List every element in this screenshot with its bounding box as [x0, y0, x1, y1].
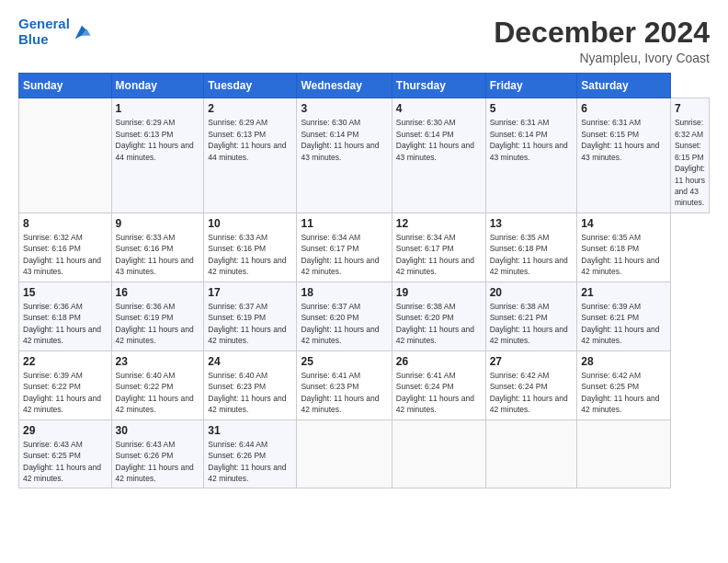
calendar-day-header: Monday [111, 74, 204, 98]
calendar-cell: 1Sunrise: 6:29 AMSunset: 6:13 PMDaylight… [111, 98, 204, 213]
page: GeneralBlue December 2024 Nyampleu, Ivor… [0, 0, 728, 563]
day-number: 20 [490, 286, 574, 299]
day-number: 28 [581, 355, 666, 368]
day-info: Sunrise: 6:33 AMSunset: 6:16 PMDaylight:… [116, 233, 194, 276]
day-number: 21 [581, 286, 666, 299]
day-number: 13 [490, 217, 574, 230]
calendar-cell: 4Sunrise: 6:30 AMSunset: 6:14 PMDaylight… [392, 98, 485, 213]
day-number: 18 [301, 286, 387, 299]
day-info: Sunrise: 6:44 AMSunset: 6:26 PMDaylight:… [208, 440, 286, 483]
day-info: Sunrise: 6:29 AMSunset: 6:13 PMDaylight:… [208, 118, 286, 161]
day-info: Sunrise: 6:32 AMSunset: 6:16 PMDaylight:… [23, 233, 101, 276]
calendar-cell: 9Sunrise: 6:33 AMSunset: 6:16 PMDaylight… [111, 213, 204, 282]
day-number: 2 [208, 102, 292, 115]
title-block: December 2024 Nyampleu, Ivory Coast [494, 17, 710, 65]
calendar-table: SundayMondayTuesdayWednesdayThursdayFrid… [18, 73, 710, 488]
calendar-cell: 14Sunrise: 6:35 AMSunset: 6:18 PMDayligh… [577, 213, 671, 282]
calendar-cell: 8Sunrise: 6:32 AMSunset: 6:16 PMDaylight… [19, 213, 112, 282]
day-info: Sunrise: 6:36 AMSunset: 6:18 PMDaylight:… [23, 302, 101, 345]
day-number: 8 [23, 217, 108, 230]
calendar-day-header: Wednesday [297, 74, 392, 98]
day-info: Sunrise: 6:39 AMSunset: 6:21 PMDaylight:… [581, 302, 659, 345]
calendar-week-row: 15Sunrise: 6:36 AMSunset: 6:18 PMDayligh… [19, 282, 710, 350]
day-info: Sunrise: 6:37 AMSunset: 6:19 PMDaylight:… [208, 302, 286, 345]
day-info: Sunrise: 6:35 AMSunset: 6:18 PMDaylight:… [490, 233, 568, 276]
logo-text: GeneralBlue [18, 17, 70, 47]
calendar-day-header: Sunday [19, 74, 112, 98]
calendar-day-header: Friday [485, 74, 577, 98]
day-info: Sunrise: 6:34 AMSunset: 6:17 PMDaylight:… [396, 233, 474, 276]
day-number: 27 [490, 355, 574, 368]
calendar-cell: 30Sunrise: 6:43 AMSunset: 6:26 PMDayligh… [111, 419, 204, 488]
calendar-cell [297, 419, 392, 488]
day-info: Sunrise: 6:31 AMSunset: 6:15 PMDaylight:… [581, 118, 659, 161]
calendar-cell: 21Sunrise: 6:39 AMSunset: 6:21 PMDayligh… [577, 282, 671, 350]
calendar-day-header: Tuesday [204, 74, 297, 98]
logo: GeneralBlue [18, 17, 92, 47]
day-number: 25 [301, 355, 387, 368]
calendar-cell: 10Sunrise: 6:33 AMSunset: 6:16 PMDayligh… [204, 213, 297, 282]
day-number: 17 [208, 286, 292, 299]
day-info: Sunrise: 6:36 AMSunset: 6:19 PMDaylight:… [116, 302, 194, 345]
calendar-cell: 11Sunrise: 6:34 AMSunset: 6:17 PMDayligh… [297, 213, 392, 282]
day-number: 29 [23, 424, 108, 437]
calendar-cell: 6Sunrise: 6:31 AMSunset: 6:15 PMDaylight… [577, 98, 671, 213]
day-info: Sunrise: 6:30 AMSunset: 6:14 PMDaylight:… [301, 118, 379, 161]
day-info: Sunrise: 6:39 AMSunset: 6:22 PMDaylight:… [23, 371, 101, 414]
day-number: 7 [675, 102, 705, 115]
calendar-cell: 12Sunrise: 6:34 AMSunset: 6:17 PMDayligh… [392, 213, 485, 282]
calendar-cell: 20Sunrise: 6:38 AMSunset: 6:21 PMDayligh… [485, 282, 577, 350]
day-number: 24 [208, 355, 292, 368]
day-info: Sunrise: 6:37 AMSunset: 6:20 PMDaylight:… [301, 302, 379, 345]
calendar-cell [577, 419, 671, 488]
calendar-cell: 27Sunrise: 6:42 AMSunset: 6:24 PMDayligh… [485, 350, 577, 419]
day-number: 5 [490, 102, 574, 115]
day-info: Sunrise: 6:29 AMSunset: 6:13 PMDaylight:… [116, 118, 194, 161]
calendar-cell: 13Sunrise: 6:35 AMSunset: 6:18 PMDayligh… [485, 213, 577, 282]
day-info: Sunrise: 6:41 AMSunset: 6:24 PMDaylight:… [396, 371, 474, 414]
day-number: 1 [116, 102, 200, 115]
calendar-day-header: Thursday [392, 74, 485, 98]
calendar-cell: 31Sunrise: 6:44 AMSunset: 6:26 PMDayligh… [204, 419, 297, 488]
calendar-cell: 23Sunrise: 6:40 AMSunset: 6:22 PMDayligh… [111, 350, 204, 419]
calendar-cell [392, 419, 485, 488]
calendar-week-row: 8Sunrise: 6:32 AMSunset: 6:16 PMDaylight… [19, 213, 710, 282]
day-info: Sunrise: 6:41 AMSunset: 6:23 PMDaylight:… [301, 371, 379, 414]
day-number: 22 [23, 355, 108, 368]
day-number: 9 [116, 217, 200, 230]
day-number: 4 [396, 102, 482, 115]
day-info: Sunrise: 6:38 AMSunset: 6:21 PMDaylight:… [490, 302, 568, 345]
day-number: 12 [396, 217, 482, 230]
day-info: Sunrise: 6:30 AMSunset: 6:14 PMDaylight:… [396, 118, 474, 161]
calendar-cell: 24Sunrise: 6:40 AMSunset: 6:23 PMDayligh… [204, 350, 297, 419]
day-info: Sunrise: 6:42 AMSunset: 6:24 PMDaylight:… [490, 371, 568, 414]
day-number: 23 [116, 355, 200, 368]
day-number: 14 [581, 217, 666, 230]
calendar-cell: 18Sunrise: 6:37 AMSunset: 6:20 PMDayligh… [297, 282, 392, 350]
day-number: 31 [208, 424, 292, 437]
day-number: 16 [116, 286, 200, 299]
day-info: Sunrise: 6:43 AMSunset: 6:25 PMDaylight:… [23, 440, 101, 483]
calendar-cell: 16Sunrise: 6:36 AMSunset: 6:19 PMDayligh… [111, 282, 204, 350]
day-number: 11 [301, 217, 387, 230]
calendar-cell: 22Sunrise: 6:39 AMSunset: 6:22 PMDayligh… [19, 350, 112, 419]
day-number: 30 [116, 424, 200, 437]
calendar-cell: 5Sunrise: 6:31 AMSunset: 6:14 PMDaylight… [485, 98, 577, 213]
day-info: Sunrise: 6:40 AMSunset: 6:23 PMDaylight:… [208, 371, 286, 414]
calendar-cell: 7Sunrise: 6:32 AMSunset: 6:15 PMDaylight… [670, 98, 709, 213]
calendar-day-header: Saturday [577, 74, 671, 98]
calendar-cell: 29Sunrise: 6:43 AMSunset: 6:25 PMDayligh… [19, 419, 112, 488]
day-info: Sunrise: 6:38 AMSunset: 6:20 PMDaylight:… [396, 302, 474, 345]
calendar-cell: 15Sunrise: 6:36 AMSunset: 6:18 PMDayligh… [19, 282, 112, 350]
logo-icon [72, 22, 92, 42]
day-number: 26 [396, 355, 482, 368]
day-info: Sunrise: 6:43 AMSunset: 6:26 PMDaylight:… [116, 440, 194, 483]
day-info: Sunrise: 6:40 AMSunset: 6:22 PMDaylight:… [116, 371, 194, 414]
calendar-cell: 3Sunrise: 6:30 AMSunset: 6:14 PMDaylight… [297, 98, 392, 213]
day-info: Sunrise: 6:42 AMSunset: 6:25 PMDaylight:… [581, 371, 659, 414]
calendar-cell: 2Sunrise: 6:29 AMSunset: 6:13 PMDaylight… [204, 98, 297, 213]
calendar-week-row: 29Sunrise: 6:43 AMSunset: 6:25 PMDayligh… [19, 419, 710, 488]
calendar-cell [19, 98, 112, 213]
calendar-cell: 25Sunrise: 6:41 AMSunset: 6:23 PMDayligh… [297, 350, 392, 419]
calendar-cell: 28Sunrise: 6:42 AMSunset: 6:25 PMDayligh… [577, 350, 671, 419]
